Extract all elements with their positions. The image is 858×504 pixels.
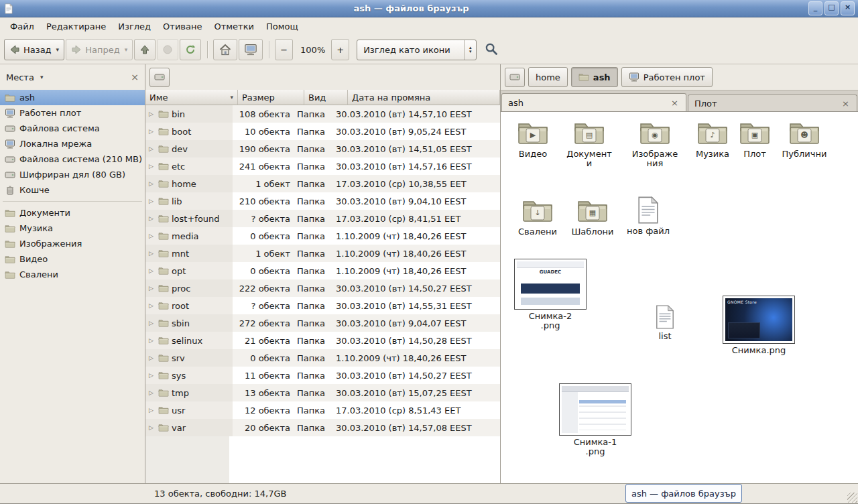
zoom-in-button[interactable]: + xyxy=(331,39,349,60)
column-header-date[interactable]: Дата на промяна xyxy=(348,90,500,105)
back-history-dropdown-icon[interactable]: ▾ xyxy=(56,46,60,53)
table-row[interactable]: ▷etc241 обектаПапка30.03.2010 (вт) 14,57… xyxy=(145,158,500,175)
sidebar-item-local-network[interactable]: Локална мрежа xyxy=(0,136,145,151)
expander-icon[interactable]: ▷ xyxy=(149,320,156,326)
icon-item-downloads[interactable]: ↓ Свалени xyxy=(513,197,562,237)
table-row[interactable]: ▷sbin272 обектаПапка30.03.2010 (вт) 9,04… xyxy=(145,314,500,332)
stop-button[interactable] xyxy=(157,39,178,60)
sidebar-item-pictures[interactable]: Изображения xyxy=(0,236,145,251)
sidebar-item-downloads[interactable]: Свалени xyxy=(0,267,145,282)
menu-item-edit[interactable]: Редактиране xyxy=(40,19,112,34)
search-button[interactable] xyxy=(485,42,498,58)
breadcrumb-home[interactable]: home xyxy=(528,67,568,87)
close-button[interactable]: × xyxy=(841,1,855,15)
sidebar-mode-select[interactable]: Места ▾ xyxy=(6,72,127,82)
expander-icon[interactable]: ▷ xyxy=(149,250,156,257)
spinner-arrows-icon[interactable]: ▴ ▾ xyxy=(464,40,476,60)
filesystem-root-button[interactable] xyxy=(149,68,170,87)
expander-icon[interactable]: ▷ xyxy=(149,285,156,292)
reload-button[interactable] xyxy=(180,39,201,60)
expander-icon[interactable]: ▷ xyxy=(149,128,156,135)
table-row[interactable]: ▷media0 обектаПапка1.10.2009 (чт) 18,40,… xyxy=(145,227,500,245)
table-row[interactable]: ▷dev190 обектаПапка30.03.2010 (вт) 14,51… xyxy=(145,140,500,158)
icon-item-snimka-2[interactable]: GUADEC Снимка-2.png xyxy=(517,259,584,330)
table-row[interactable]: ▷selinux21 обектаПапка30.03.2010 (вт) 14… xyxy=(145,332,500,349)
icon-item-music[interactable]: ♪ Музика xyxy=(688,119,737,159)
menu-item-go[interactable]: Отиване xyxy=(157,19,208,34)
up-button[interactable] xyxy=(134,39,156,60)
resize-grip[interactable] xyxy=(847,493,857,503)
maximize-button[interactable]: □ xyxy=(824,1,839,15)
table-row[interactable]: ▷home1 обектПапка17.03.2010 (ср) 10,38,5… xyxy=(145,175,500,192)
table-row[interactable]: ▷root? обектаПапка30.03.2010 (вт) 14,55,… xyxy=(145,297,500,314)
menu-item-file[interactable]: Файл xyxy=(4,19,40,34)
tab-close-icon[interactable]: × xyxy=(670,98,680,108)
column-header-name[interactable]: Име ▾ xyxy=(145,90,238,105)
icon-item-list[interactable]: list xyxy=(645,304,685,341)
table-row[interactable]: ▷lib210 обектаПапка30.03.2010 (вт) 9,04,… xyxy=(145,192,500,210)
sidebar-item-music[interactable]: Музика xyxy=(0,220,145,236)
sidebar-item-documents[interactable]: Документи xyxy=(0,205,145,220)
tab-close-icon[interactable]: × xyxy=(841,99,851,109)
table-row[interactable]: ▷bin108 обектаПапка30.03.2010 (вт) 14,57… xyxy=(145,105,500,123)
table-row[interactable]: ▷tmp13 обектаПапка30.03.2010 (вт) 15,07,… xyxy=(145,384,500,401)
expander-icon[interactable]: ▷ xyxy=(149,389,156,396)
column-header-size[interactable]: Размер xyxy=(238,90,304,105)
expander-icon[interactable]: ▷ xyxy=(149,233,156,239)
table-row[interactable]: ▷sys11 обектаПапка30.03.2010 (вт) 14,50,… xyxy=(145,367,500,384)
sidebar-item-desktop[interactable]: Работен плот xyxy=(0,105,145,121)
icon-item-new-file[interactable]: нов файл xyxy=(625,196,672,236)
forward-button[interactable]: Напред ▾ xyxy=(66,39,133,60)
view-mode-select[interactable]: Изглед като икони ▴ ▾ xyxy=(357,40,477,60)
tab-ash[interactable]: ash × xyxy=(501,93,686,111)
expander-icon[interactable]: ▷ xyxy=(149,145,156,152)
menu-item-help[interactable]: Помощ xyxy=(260,19,304,34)
taskbar-window-button[interactable]: ash — файлов браузър xyxy=(625,484,742,503)
icon-item-snimka-1[interactable]: Снимка-1.png xyxy=(562,383,629,456)
icon-item-templates[interactable]: ▦ Шаблони xyxy=(568,197,617,237)
expander-icon[interactable]: ▷ xyxy=(149,337,156,344)
expander-icon[interactable]: ▷ xyxy=(149,407,156,414)
sidebar-item-filesystem[interactable]: Файлова система xyxy=(0,121,145,136)
minimize-button[interactable]: _ xyxy=(808,1,822,15)
icon-item-video[interactable]: ▶ Видео xyxy=(508,119,558,159)
zoom-out-button[interactable]: − xyxy=(275,39,293,60)
file-list[interactable]: ▷bin108 обектаПапка30.03.2010 (вт) 14,57… xyxy=(145,105,500,483)
sidebar-item-filesystem-210mb[interactable]: Файлова система (210 MB) xyxy=(0,151,145,167)
expander-icon[interactable]: ▷ xyxy=(149,111,156,117)
back-button[interactable]: Назад ▾ xyxy=(4,39,64,60)
tab-plot[interactable]: Плот × xyxy=(688,94,857,111)
icon-item-documents[interactable]: ▤ Документи xyxy=(564,119,614,168)
expander-icon[interactable]: ▷ xyxy=(149,215,156,222)
table-row[interactable]: ▷lost+found? обектаПапка17.03.2010 (ср) … xyxy=(145,210,500,227)
sidebar-item-ash[interactable]: ash xyxy=(0,90,145,105)
icon-view[interactable]: ▶ Видео ▤ Документи ◉ Изображения ♪ М xyxy=(501,111,858,483)
sidebar-item-encrypted-partition[interactable]: Шифриран дял (80 GB) xyxy=(0,167,145,182)
expander-icon[interactable]: ▷ xyxy=(149,198,156,204)
home-button[interactable] xyxy=(213,39,237,60)
expander-icon[interactable]: ▷ xyxy=(149,355,156,361)
expander-icon[interactable]: ▷ xyxy=(149,424,156,431)
expander-icon[interactable]: ▷ xyxy=(149,372,156,379)
table-row[interactable]: ▷boot10 обектаПапка30.03.2010 (вт) 9,05,… xyxy=(145,123,500,140)
sidebar-close-icon[interactable]: × xyxy=(131,72,139,82)
sidebar-item-trash[interactable]: Кошче xyxy=(0,182,145,198)
sidebar-item-videos[interactable]: Видео xyxy=(0,251,145,267)
computer-button[interactable] xyxy=(239,39,263,60)
titlebar[interactable]: ash — файлов браузър _ □ × xyxy=(0,0,858,17)
table-row[interactable]: ▷usr12 обектаПапка17.03.2010 (ср) 8,51,4… xyxy=(145,401,500,419)
expander-icon[interactable]: ▷ xyxy=(149,163,156,170)
icon-item-pictures[interactable]: ◉ Изображения xyxy=(630,119,680,168)
menu-item-view[interactable]: Изглед xyxy=(112,19,157,34)
icon-item-public[interactable]: ☻ Публични xyxy=(779,119,830,159)
table-row[interactable]: ▷mnt1 обектПапка1.10.2009 (чт) 18,40,26 … xyxy=(145,245,500,262)
table-row[interactable]: ▷srv0 обектаПапка1.10.2009 (чт) 18,40,26… xyxy=(145,349,500,367)
expander-icon[interactable]: ▷ xyxy=(149,302,156,309)
menu-item-bookmarks[interactable]: Отметки xyxy=(208,19,259,34)
breadcrumb-desktop[interactable]: Работен плот xyxy=(621,67,713,87)
expander-icon[interactable]: ▷ xyxy=(149,180,156,187)
table-row[interactable]: ▷proc222 обектаПапка30.03.2010 (вт) 14,5… xyxy=(145,279,500,297)
pathbar-root-button[interactable] xyxy=(505,68,525,87)
icon-item-desktop-folder[interactable]: ▣ Плот xyxy=(733,119,776,159)
column-header-type[interactable]: Вид xyxy=(304,90,348,105)
